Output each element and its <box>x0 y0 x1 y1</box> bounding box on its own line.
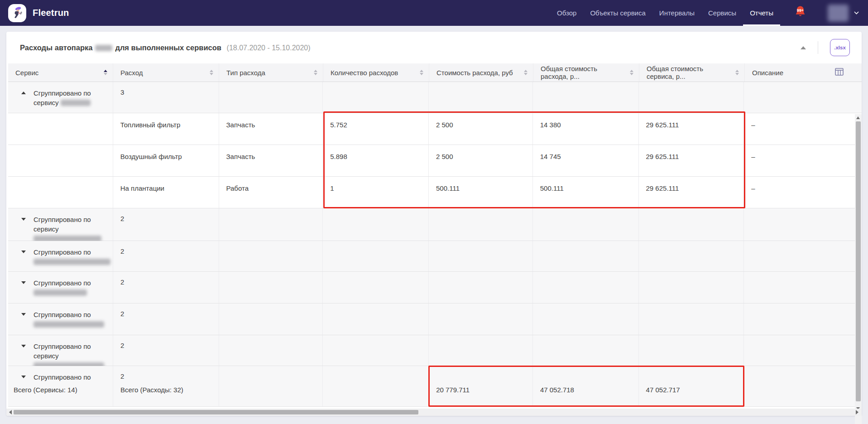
column-header-6[interactable]: Общая стоимость расхода, р... <box>533 63 639 82</box>
export-xlsx-button[interactable]: .xlsx <box>830 39 850 56</box>
expand-group-icon[interactable] <box>21 376 26 378</box>
expand-group-icon[interactable] <box>21 313 26 316</box>
sort-desc-triangle <box>524 73 528 75</box>
expand-group-icon[interactable] <box>21 251 26 253</box>
sort-icon[interactable] <box>210 70 213 75</box>
expense-qty-cell <box>323 208 429 241</box>
column-header-4[interactable]: Количество расходов <box>323 63 429 82</box>
table-row-4[interactable]: На плантацииРабота1500.111500.11129 625.… <box>8 177 862 208</box>
expense-type-cell <box>219 335 323 366</box>
notifications-button[interactable]: 99+ <box>795 0 806 26</box>
table-row-3[interactable]: Воздушный фильтрЗапчасть5.8982 50014 745… <box>8 145 862 177</box>
service-total-cost-cell: 29 625.111 <box>639 145 744 176</box>
table-body: Сгруппировано по сервису 3Топливный филь… <box>8 82 862 407</box>
expense-cost-cell <box>429 272 533 303</box>
grand-total-service-cost: 47 052.717 <box>646 386 680 394</box>
column-settings-icon[interactable] <box>835 68 844 77</box>
sort-icon[interactable] <box>524 70 528 75</box>
scroll-right-arrow-icon[interactable] <box>856 410 858 414</box>
column-header-label: Количество расходов <box>331 69 398 77</box>
vertical-scrollbar-thumb[interactable] <box>856 121 861 401</box>
nav-item-4[interactable]: Сервисы <box>701 0 743 26</box>
column-header-label: Описание <box>752 69 783 77</box>
sort-icon[interactable] <box>630 70 633 75</box>
nav-item-3[interactable]: Интервалы <box>652 0 701 26</box>
column-header-7[interactable]: Общая стоимость сервиса, р... <box>639 63 745 82</box>
expand-group-icon[interactable] <box>21 218 26 221</box>
description-cell: – <box>744 145 848 176</box>
sort-icon[interactable] <box>104 70 107 75</box>
table-row-7[interactable]: Сгруппировано по 2 <box>8 272 862 304</box>
header-filler <box>849 63 862 82</box>
horizontal-scrollbar-thumb[interactable] <box>14 410 418 414</box>
description-cell: – <box>744 177 848 208</box>
scroll-up-arrow-icon[interactable] <box>856 116 860 119</box>
expense-count-cell: 2 <box>113 241 219 271</box>
user-menu[interactable] <box>828 0 859 26</box>
expand-group-icon[interactable] <box>21 345 26 347</box>
fleetrun-logo[interactable] <box>8 4 26 22</box>
column-header-1[interactable]: Сервис <box>8 63 113 82</box>
collapse-group-icon[interactable] <box>21 92 26 94</box>
column-header-label: Общая стоимость расхода, р... <box>541 65 626 80</box>
expense-total-cost-cell <box>533 304 639 335</box>
sort-asc-triangle <box>524 70 528 72</box>
fleetrun-logo-icon <box>11 6 23 20</box>
column-header-8[interactable]: Описание <box>745 63 849 82</box>
grand-total-expense-unit-cost: 20 779.711 <box>436 386 470 394</box>
table-row-1[interactable]: Сгруппировано по сервису 3 <box>8 82 862 113</box>
collapse-report-icon[interactable] <box>801 46 806 49</box>
group-label: Сгруппировано по сервису <box>34 215 111 243</box>
expense-cost-cell <box>429 208 533 241</box>
service-cell: Сгруппировано по <box>8 241 113 271</box>
sort-icon[interactable] <box>314 70 317 75</box>
title-divider <box>818 41 818 54</box>
service-cell <box>8 113 113 145</box>
expense-qty-cell <box>323 82 429 113</box>
service-total-cost-cell <box>639 272 744 303</box>
column-header-label: Стоимость расхода, руб <box>436 69 513 77</box>
column-header-2[interactable]: Расход <box>113 63 219 82</box>
service-name-redacted <box>34 259 110 265</box>
table-row-5[interactable]: Сгруппировано по сервису 2 <box>8 208 862 241</box>
column-header-3[interactable]: Тип расхода <box>219 63 323 82</box>
vertical-scrollbar[interactable] <box>855 114 862 424</box>
expense-cost-cell <box>429 82 533 113</box>
nav-item-2[interactable]: Объекты сервиса <box>583 0 652 26</box>
service-cell: Сгруппировано по Всего (Сервисы: 14) <box>8 366 113 406</box>
description-cell <box>744 335 848 366</box>
expense-type-cell <box>219 304 323 335</box>
sort-icon[interactable] <box>420 70 423 75</box>
notifications-badge: 99+ <box>797 8 804 13</box>
report-title: Расходы автопаркадля выполненных сервисо… <box>20 43 311 52</box>
sort-desc-triangle <box>314 73 317 75</box>
table-row-8[interactable]: Сгруппировано по 2 <box>8 304 862 335</box>
report-title-bar: Расходы автопаркадля выполненных сервисо… <box>6 32 862 63</box>
report-date-range: (18.07.2020 - 15.10.2020) <box>227 44 311 52</box>
table-row-9[interactable]: Сгруппировано по сервису 2 <box>8 335 862 366</box>
column-header-5[interactable]: Стоимость расхода, руб <box>429 63 533 82</box>
user-name-redacted <box>828 5 849 22</box>
service-cell: Сгруппировано по <box>8 304 113 335</box>
chevron-down-icon <box>854 11 859 14</box>
service-name-redacted <box>61 100 91 106</box>
expense-type-cell <box>219 208 323 241</box>
service-total-cost-cell <box>639 335 744 366</box>
nav-item-5[interactable]: Отчеты <box>743 0 780 26</box>
sort-asc-triangle <box>210 70 213 72</box>
expense-cost-cell: 2 500 <box>429 145 533 176</box>
table-row-10[interactable]: Сгруппировано по Всего (Сервисы: 14)2Все… <box>8 366 862 407</box>
brand-area: Fleetrun <box>8 0 69 26</box>
expense-type-cell: Работа <box>219 177 323 208</box>
expense-total-cost-cell: 47 052.718 <box>533 366 639 406</box>
table-row-6[interactable]: Сгруппировано по 2 <box>8 241 862 272</box>
table-header-row: СервисРасходТип расходаКоличество расход… <box>8 63 862 82</box>
group-label: Сгруппировано по <box>34 247 111 266</box>
expand-group-icon[interactable] <box>21 281 26 284</box>
sort-icon[interactable] <box>735 70 739 75</box>
table-row-2[interactable]: Топливный фильтрЗапчасть5.7522 50014 380… <box>8 113 862 145</box>
nav-item-1[interactable]: Обзор <box>550 0 583 26</box>
horizontal-scrollbar[interactable] <box>6 409 862 416</box>
scroll-left-arrow-icon[interactable] <box>9 410 12 414</box>
expense-count-cell: 2 <box>113 304 219 335</box>
